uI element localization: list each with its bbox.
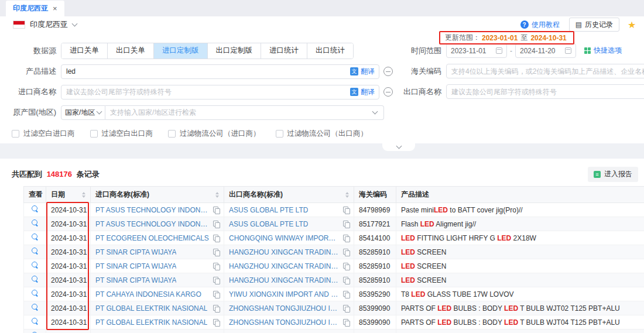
exporter-input[interactable] (446, 84, 644, 99)
copy-icon[interactable] (213, 319, 219, 325)
magnifier-icon[interactable] (32, 318, 39, 325)
company-link[interactable]: YIWU XIONGXIN IMPORT AND EXPORT... (229, 290, 340, 298)
column-header-label: 出口商名称(标准) (229, 190, 283, 200)
checkbox-icon[interactable] (168, 130, 176, 138)
copy-icon[interactable] (343, 263, 349, 269)
copy-icon[interactable] (213, 221, 219, 227)
filter-checkbox[interactable]: 过滤空白进口商 (12, 129, 75, 139)
checkbox-icon[interactable] (90, 130, 98, 138)
hs-code-input[interactable] (446, 64, 644, 78)
copy-icon[interactable] (213, 291, 219, 297)
company-link[interactable]: PT GLOBAL ELEKTRIK NASIONAL (95, 304, 207, 313)
hs-code-cell: 85285910 (354, 245, 396, 259)
company-link[interactable]: PT CAHAYA INDONESIA KARGO (95, 290, 201, 298)
company-link[interactable]: PT ASUS TECHNOLOGY INDONESIA BA... (95, 220, 210, 228)
filter-checkbox[interactable]: 过滤物流公司（进口商） (168, 129, 261, 139)
company-link[interactable]: PT SINAR CIPTA WIJAYA (95, 276, 176, 284)
minus-circle-icon[interactable] (383, 87, 393, 97)
minus-circle-icon[interactable] (383, 67, 393, 76)
filter-checkbox[interactable]: 过滤空白出口商 (90, 129, 153, 139)
sort-icon[interactable] (82, 192, 85, 198)
end-date-input[interactable]: 2024-11-20 (515, 43, 576, 58)
quick-options-link[interactable]: 快捷选项 (584, 46, 622, 56)
translate-button[interactable]: 文 翻译 (350, 67, 375, 77)
chevron-down-icon[interactable] (72, 21, 78, 27)
copy-icon[interactable] (343, 305, 349, 311)
company-link[interactable]: ZHONGSHAN TONGJIUZHOU INTERNA... (229, 304, 340, 313)
sort-icon[interactable] (215, 192, 219, 198)
calendar-icon (565, 47, 571, 54)
magnifier-icon[interactable] (32, 262, 39, 269)
company-link[interactable]: PT SINAR CIPTA WIJAYA (95, 262, 176, 270)
importer-cell: PT ASUS TECHNOLOGY INDONESIA BA... (91, 203, 224, 217)
data-source-tab[interactable]: 出口定制版 (207, 43, 261, 59)
copy-icon[interactable] (213, 207, 219, 213)
product-desc-cell: Flash LED Aligment jig// (396, 217, 644, 231)
product-desc-cell: T8 LED GLASS TUBE 17W LOVOV (396, 287, 644, 301)
history-button[interactable]: ▤ 历史记录 (569, 18, 619, 32)
magnifier-icon[interactable] (32, 276, 39, 283)
data-source-tab[interactable]: 进口定制版 (153, 43, 207, 59)
column-header[interactable]: 进口商名称(标准) (91, 187, 224, 203)
column-header[interactable]: 日期 (46, 187, 91, 203)
magnifier-icon[interactable] (32, 290, 39, 297)
checkbox-icon[interactable] (276, 130, 283, 138)
hs-code-cell: 85395290 (354, 287, 396, 301)
close-icon[interactable]: × (53, 4, 57, 13)
translate-button[interactable]: 文 翻译 (350, 87, 375, 97)
data-source-tab[interactable]: 出口关单 (107, 43, 153, 59)
column-header[interactable]: 出口商名称(标准) (224, 187, 354, 203)
data-source-tab[interactable]: 出口统计 (307, 43, 353, 59)
enter-report-button[interactable]: ≡ 进入报告 (588, 167, 638, 182)
start-date-input[interactable]: 2023-11-01 (446, 43, 507, 58)
copy-icon[interactable] (213, 263, 219, 269)
company-link[interactable]: PT SINAR CIPTA WIJAYA (95, 248, 176, 256)
copy-icon[interactable] (343, 221, 349, 227)
origin-type-select[interactable]: 国家/地区 (61, 105, 105, 120)
sort-icon[interactable] (345, 192, 349, 198)
copy-icon[interactable] (343, 319, 349, 325)
copy-icon[interactable] (343, 291, 349, 297)
country-selector-label[interactable]: 印度尼西亚 (30, 19, 68, 30)
company-link[interactable]: ASUS GLOBAL PTE LTD (229, 206, 308, 214)
collapse-toggle[interactable] (382, 143, 415, 151)
company-link[interactable]: ZHONGSHAN TONGJIUZHOU INTERNA... (229, 318, 340, 327)
tab-indonesia[interactable]: 印度尼西亚 × (6, 1, 64, 16)
company-link[interactable]: HANGZHOU XINGCAN TRADING CO LTD (229, 248, 340, 256)
company-link[interactable]: CHONGQING WINWAY IMPORT AND E... (229, 234, 340, 242)
copy-icon[interactable] (213, 235, 219, 241)
star-icon[interactable]: ★ (628, 19, 638, 30)
company-link[interactable]: PT ASUS TECHNOLOGY INDONESIA BA... (95, 206, 210, 214)
checkbox-label: 过滤物流公司（出口商） (287, 129, 368, 139)
magnifier-icon[interactable] (32, 219, 39, 226)
product-desc-input[interactable] (61, 64, 379, 79)
copy-icon[interactable] (343, 207, 349, 213)
company-link[interactable]: PT GLOBAL ELEKTRIK NASIONAL (95, 318, 207, 327)
copy-icon[interactable] (213, 249, 219, 255)
company-link[interactable]: ASUS GLOBAL PTE LTD (229, 220, 308, 228)
data-source-tab[interactable]: 进口统计 (261, 43, 307, 59)
copy-icon[interactable] (213, 277, 219, 283)
company-link[interactable]: HANGZHOU XINGCAN TRADING CO LTD (229, 262, 340, 270)
data-source-tab[interactable]: 进口关单 (61, 43, 107, 59)
copy-icon[interactable] (343, 277, 349, 283)
magnifier-icon[interactable] (32, 205, 39, 212)
company-link[interactable]: HANGZHOU XINGCAN TRADING CO LTD (229, 276, 340, 284)
table-row: 2024-10-31PT BRILLIANT JAYA WOOD INDUSTR… (24, 329, 644, 333)
origin-search-input[interactable] (105, 105, 384, 120)
importer-input[interactable] (61, 85, 379, 99)
copy-icon[interactable] (213, 305, 219, 311)
company-link[interactable]: PT ECOGREEN OLEOCHEMICALS (95, 234, 209, 242)
tutorial-link[interactable]: ? 使用教程 (520, 20, 560, 30)
magnifier-icon[interactable] (32, 234, 39, 241)
importer-row: 进口商名称 文 翻译 出口商名称 (5, 84, 644, 99)
magnifier-icon[interactable] (32, 248, 39, 255)
copy-icon[interactable] (343, 235, 349, 241)
highlighted-term: LED (504, 304, 518, 313)
hs-code-cell: 85399090 (354, 315, 396, 329)
magnifier-icon[interactable] (32, 304, 39, 311)
filter-checkbox[interactable]: 过滤物流公司（出口商） (276, 129, 368, 139)
copy-icon[interactable] (343, 249, 349, 255)
highlighted-term: LED (411, 290, 425, 298)
checkbox-icon[interactable] (12, 130, 19, 138)
